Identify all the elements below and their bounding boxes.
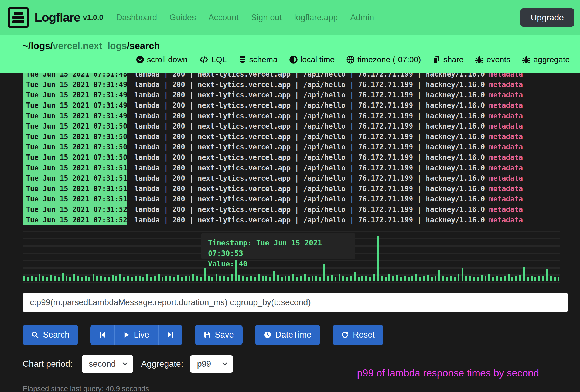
- log-row[interactable]: Tue Jun 15 2021 07:31:51lambda | 200 | n…: [0, 194, 580, 204]
- chart-bar[interactable]: [300, 276, 302, 281]
- log-row[interactable]: Tue Jun 15 2021 07:31:52lambda | 200 | n…: [0, 215, 580, 225]
- log-row[interactable]: Tue Jun 15 2021 07:31:49lambda | 200 | n…: [0, 80, 580, 90]
- chart-bar[interactable]: [485, 276, 486, 281]
- breadcrumb-source[interactable]: vercel.next_logs: [53, 40, 127, 51]
- chart-bar[interactable]: [108, 277, 110, 281]
- chart-bar[interactable]: [219, 276, 221, 281]
- chart-bar[interactable]: [450, 276, 452, 281]
- chart-bar[interactable]: [308, 277, 310, 281]
- nav-link-account[interactable]: Account: [209, 13, 239, 22]
- chart-bar[interactable]: [481, 275, 483, 281]
- chart-bar[interactable]: [469, 276, 471, 281]
- log-table-viewport[interactable]: Tue Jun 15 2021 07:31:48lambda | 200 | n…: [0, 73, 580, 225]
- chart-bar[interactable]: [66, 276, 67, 281]
- chart-bar[interactable]: [146, 274, 148, 281]
- chart-bar[interactable]: [123, 277, 125, 281]
- metadata-link[interactable]: metadata: [489, 143, 523, 151]
- chart-bar[interactable]: [258, 274, 260, 281]
- chart-bar[interactable]: [354, 272, 356, 281]
- chart-bar[interactable]: [550, 276, 552, 281]
- chart-bar[interactable]: [277, 275, 279, 281]
- chart-bar[interactable]: [527, 277, 529, 281]
- chart-bar[interactable]: [85, 276, 87, 281]
- chart-bar[interactable]: [216, 274, 217, 281]
- chart-bar[interactable]: [335, 277, 336, 281]
- chart-bar[interactable]: [231, 274, 233, 281]
- chart-bar[interactable]: [242, 276, 244, 281]
- skip-to-start-button[interactable]: [90, 325, 114, 345]
- chart-bar[interactable]: [269, 277, 271, 281]
- metadata-link[interactable]: metadata: [489, 195, 523, 203]
- chart-period-select[interactable]: second: [82, 355, 133, 373]
- chart-bar[interactable]: [88, 277, 90, 281]
- chart-bar[interactable]: [77, 276, 79, 281]
- chart-bar[interactable]: [515, 276, 517, 281]
- chart-bar[interactable]: [339, 274, 340, 281]
- chart-bar[interactable]: [265, 276, 267, 281]
- chart-bar[interactable]: [404, 276, 406, 281]
- log-row[interactable]: Tue Jun 15 2021 07:31:49lambda | 200 | n…: [0, 111, 580, 121]
- chart-bar[interactable]: [377, 236, 379, 281]
- chart-bar[interactable]: [54, 276, 56, 281]
- chart-bar[interactable]: [135, 276, 137, 281]
- reset-button[interactable]: Reset: [333, 325, 383, 345]
- chart-bar[interactable]: [254, 277, 256, 281]
- chart-bar[interactable]: [112, 275, 114, 281]
- chart-bar[interactable]: [227, 277, 229, 281]
- chart-bar[interactable]: [435, 276, 436, 281]
- metadata-link[interactable]: metadata: [489, 174, 523, 182]
- chart-bar[interactable]: [342, 276, 344, 281]
- chart-bar[interactable]: [431, 277, 433, 281]
- log-row[interactable]: Tue Jun 15 2021 07:31:50lambda | 200 | n…: [0, 142, 580, 152]
- chart-bar[interactable]: [150, 277, 152, 281]
- metadata-link[interactable]: metadata: [489, 91, 523, 99]
- chart-bar[interactable]: [93, 274, 94, 281]
- chart-bar[interactable]: [119, 274, 121, 281]
- chart-bar[interactable]: [458, 274, 459, 281]
- chart-bar[interactable]: [154, 276, 156, 281]
- chart-bar[interactable]: [162, 277, 163, 281]
- log-row[interactable]: Tue Jun 15 2021 07:31:50lambda | 200 | n…: [0, 121, 580, 132]
- chart-bar[interactable]: [446, 277, 448, 281]
- chart-bar[interactable]: [200, 277, 202, 281]
- chart-bar[interactable]: [542, 276, 544, 281]
- chart-bar[interactable]: [23, 276, 25, 281]
- chart-bar[interactable]: [281, 277, 283, 281]
- chart-bar[interactable]: [35, 277, 37, 281]
- chart-bar[interactable]: [292, 274, 294, 281]
- chart-bar[interactable]: [462, 268, 463, 281]
- metadata-link[interactable]: metadata: [489, 216, 523, 224]
- chart-bar[interactable]: [211, 277, 213, 281]
- chart-bar[interactable]: [115, 276, 117, 281]
- chart-bar[interactable]: [531, 276, 533, 281]
- chart-bar[interactable]: [350, 276, 352, 281]
- chart-bar[interactable]: [465, 276, 467, 281]
- nav-link-logflare-app[interactable]: logflare.app: [294, 13, 338, 22]
- chart-bar[interactable]: [31, 276, 33, 281]
- nav-link-guides[interactable]: Guides: [169, 13, 196, 22]
- chart-bar[interactable]: [127, 276, 129, 281]
- chart-bar[interactable]: [223, 276, 225, 281]
- chart-bar[interactable]: [131, 277, 133, 281]
- aggregate-button[interactable]: aggregate: [522, 55, 570, 64]
- chart-bar[interactable]: [104, 277, 106, 281]
- share-button[interactable]: share: [433, 55, 463, 64]
- chart-bar[interactable]: [369, 277, 371, 281]
- chart-bar[interactable]: [189, 276, 190, 281]
- chart-bar[interactable]: [523, 267, 525, 281]
- chart-bar[interactable]: [312, 276, 313, 281]
- chart-bar[interactable]: [204, 268, 206, 281]
- chart-bar[interactable]: [250, 276, 252, 281]
- chart-bar[interactable]: [423, 276, 425, 281]
- chart-bar[interactable]: [100, 276, 102, 281]
- nav-link-sign-out[interactable]: Sign out: [251, 13, 282, 22]
- logflare-logo-icon[interactable]: [8, 7, 29, 28]
- metadata-link[interactable]: metadata: [489, 73, 523, 78]
- chart-bar[interactable]: [50, 275, 52, 281]
- metadata-link[interactable]: metadata: [489, 101, 523, 109]
- chart-bar[interactable]: [477, 277, 479, 281]
- chart-bar[interactable]: [288, 276, 290, 281]
- aggregate-select[interactable]: p99: [190, 355, 233, 373]
- local-time-toggle[interactable]: local time: [289, 55, 335, 64]
- chart-bar[interactable]: [385, 277, 387, 281]
